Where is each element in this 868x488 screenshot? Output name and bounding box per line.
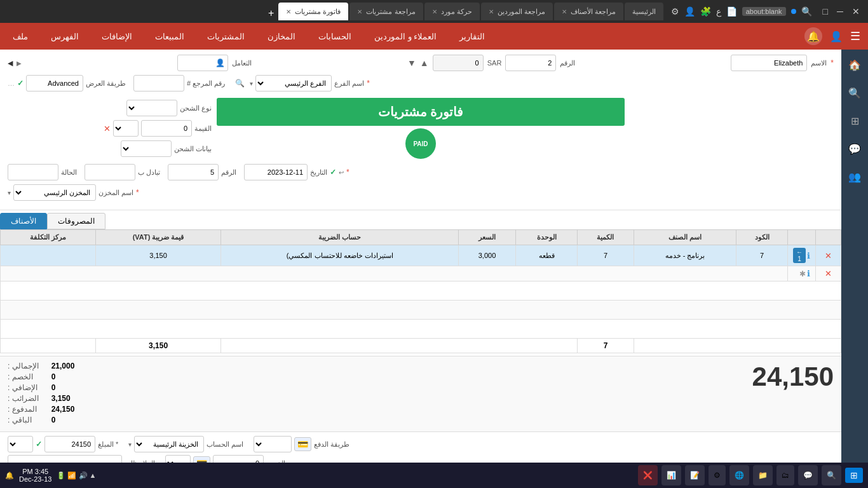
tab-vendor-movement[interactable]: حركة مورد ✕ <box>424 3 480 20</box>
tab-home[interactable]: الرئيسية <box>625 3 663 20</box>
row-itemname-cell[interactable]: برنامج - خدمه <box>634 245 736 266</box>
ship-value-select[interactable] <box>113 120 139 137</box>
nav-clients-vendors[interactable]: العملاء و الموردين <box>369 29 442 44</box>
tab-items[interactable]: الأصناف <box>0 213 47 229</box>
tab-close-1[interactable]: ✕ <box>562 8 567 15</box>
taskbar-app-chat[interactable]: 💬 <box>798 465 818 483</box>
minimize-window-btn[interactable]: ─ <box>834 5 846 18</box>
hamburger-menu[interactable]: ☰ <box>850 29 860 43</box>
amount-select[interactable] <box>8 436 33 452</box>
row2-delete-icon[interactable]: ✕ <box>825 269 832 278</box>
maximize-window-btn[interactable]: □ <box>820 5 831 18</box>
sidebar-whatsapp-icon[interactable]: 💬 <box>844 139 865 159</box>
taskbar-app-excel[interactable]: 📊 <box>661 465 681 483</box>
ship-data-select[interactable] <box>121 140 172 157</box>
tab-review-purchases[interactable]: مراجعة مشتريات ✕ <box>349 3 423 20</box>
display-check-icon[interactable]: ✓ <box>17 79 24 88</box>
taskbar-app-browser[interactable]: 🌐 <box>729 465 749 483</box>
user-profile-icon[interactable]: 👤 <box>830 30 843 43</box>
tab-close-3[interactable]: ✕ <box>432 8 437 15</box>
tab-close-4[interactable]: ✕ <box>357 8 362 15</box>
warehouse-dropdown-icon[interactable]: ▾ <box>8 189 11 196</box>
sidebar-home-icon[interactable]: 🏠 <box>844 55 865 75</box>
nav-accounts[interactable]: الحسابات <box>313 29 356 44</box>
nav-file[interactable]: ملف <box>8 29 33 44</box>
browser-indicator <box>791 9 796 14</box>
branch-select[interactable]: الفرع الرئيسي <box>255 75 332 92</box>
tab-review-vendors[interactable]: مراجعة الموردين ✕ <box>481 3 553 20</box>
branch-dropdown-icon[interactable]: ▾ <box>250 80 253 87</box>
taskbar-app-word[interactable]: 📝 <box>685 465 705 483</box>
browser-icon-doc[interactable]: 📄 <box>726 6 737 17</box>
date-check-icon[interactable]: ✓ <box>330 168 336 177</box>
row2-asterisk[interactable]: ✱ <box>799 269 806 278</box>
payment-type-select[interactable] <box>254 436 292 452</box>
payment-account-select[interactable]: الخزينة الرئيسية <box>134 436 204 452</box>
sidebar-grid-icon[interactable]: ⊞ <box>844 111 865 131</box>
branch-search-icon[interactable]: 🔍 <box>233 78 247 89</box>
browser-icon-user[interactable]: 👤 <box>684 6 695 17</box>
new-tab-btn[interactable]: + <box>265 6 277 20</box>
number2-input[interactable] <box>168 164 219 180</box>
taskbar-app-folder[interactable]: 📁 <box>753 465 773 483</box>
nav-purchases[interactable]: المشتريات <box>202 29 250 44</box>
notification-icon[interactable]: 🔔 <box>5 471 14 480</box>
nav-additions[interactable]: الإضافات <box>97 29 137 44</box>
warehouse-select[interactable]: المخزن الرئيسي <box>13 184 96 201</box>
payment-type-icon[interactable]: 💳 <box>294 437 311 451</box>
taskbar: ⊞ 🔍 💬 🗂 📁 🌐 ⚙ 📝 📊 ❌ ▲ 🔊 📶 🔋 3:45 PM 13-D… <box>0 463 868 483</box>
taskbar-app-files[interactable]: 🗂 <box>776 465 794 483</box>
nav-index[interactable]: الفهرس <box>46 29 84 44</box>
row-vat-cell[interactable]: 3,150 <box>95 245 221 266</box>
ship-type-select[interactable] <box>126 100 177 116</box>
ship-delete-icon[interactable]: ✕ <box>104 124 111 133</box>
tab-expenses[interactable]: المصروفات <box>47 213 105 229</box>
taskbar-app-close[interactable]: ❌ <box>638 465 658 483</box>
browser-icon-extension[interactable]: 🧩 <box>700 6 711 17</box>
taskbar-app-settings[interactable]: ⚙ <box>709 465 726 483</box>
name-input[interactable] <box>731 55 807 71</box>
display-input[interactable] <box>26 75 83 92</box>
sidebar-collapse-btn[interactable]: ◀ <box>8 59 13 67</box>
row-info-icon[interactable]: ℹ <box>807 251 810 261</box>
row-unit-cell[interactable]: قطعه <box>516 245 578 266</box>
ref-input[interactable] <box>133 75 184 92</box>
notification-bell[interactable]: 🔔 <box>804 27 822 45</box>
browser-icon-settings[interactable]: ⚙ <box>671 6 679 17</box>
nav-warehouses[interactable]: المخازن <box>262 29 301 44</box>
taskbar-app-search[interactable]: 🔍 <box>822 465 841 483</box>
account-dropdown-icon[interactable]: ▾ <box>128 441 132 448</box>
tab-purchase-invoice[interactable]: فاتورة مشتريات ✕ <box>278 3 348 20</box>
tab-close-2[interactable]: ✕ <box>489 8 494 15</box>
row-qty-cell[interactable]: 7 <box>578 245 634 266</box>
browser-icon-search[interactable]: 🔍 <box>801 6 812 17</box>
start-button[interactable]: ⊞ <box>845 468 863 483</box>
display-dots-icon[interactable]: … <box>8 79 15 87</box>
number-up-icon[interactable]: ▲ <box>420 58 429 68</box>
ship-value-input[interactable] <box>141 120 192 137</box>
sidebar-search-icon[interactable]: 🔍 <box>844 83 865 103</box>
tab-review-items[interactable]: مراجعة الأصناف ✕ <box>554 3 623 20</box>
number-down-icon[interactable]: ▼ <box>407 58 416 68</box>
row-delete-icon[interactable]: ✕ <box>825 251 832 261</box>
sidebar-user2-icon[interactable]: 👥 <box>844 166 865 187</box>
date-input[interactable] <box>244 164 308 180</box>
number-input[interactable] <box>505 55 556 71</box>
exchange-input[interactable] <box>85 164 135 180</box>
collapse-icon[interactable]: ▶ <box>17 60 22 67</box>
date-expand-icon[interactable]: ↩ <box>339 169 344 176</box>
row-price-cell[interactable]: 3,000 <box>459 245 516 266</box>
payment-amount-input[interactable] <box>44 436 95 452</box>
row-cost-center-cell[interactable] <box>1 245 96 266</box>
amount-check-icon[interactable]: ✓ <box>36 440 42 449</box>
row2-info-icon[interactable]: ℹ <box>807 269 810 278</box>
status-input[interactable] <box>8 164 58 180</box>
row-tax-cell[interactable]: استيرادات خاضعه للاحتساب المکسي) <box>221 245 459 266</box>
close-window-btn[interactable]: ✕ <box>849 5 863 18</box>
nav-sales[interactable]: المبيعات <box>150 29 189 44</box>
table-row[interactable]: ✕ ℹ ← 1 7 برنامج - خدمه <box>1 245 841 266</box>
row-code-cell[interactable]: 7 <box>736 245 788 266</box>
tab-close-5[interactable]: ✕ <box>286 8 291 15</box>
nav-reports[interactable]: التقارير <box>454 29 490 44</box>
browser-icon-lang[interactable]: ع <box>716 6 721 17</box>
